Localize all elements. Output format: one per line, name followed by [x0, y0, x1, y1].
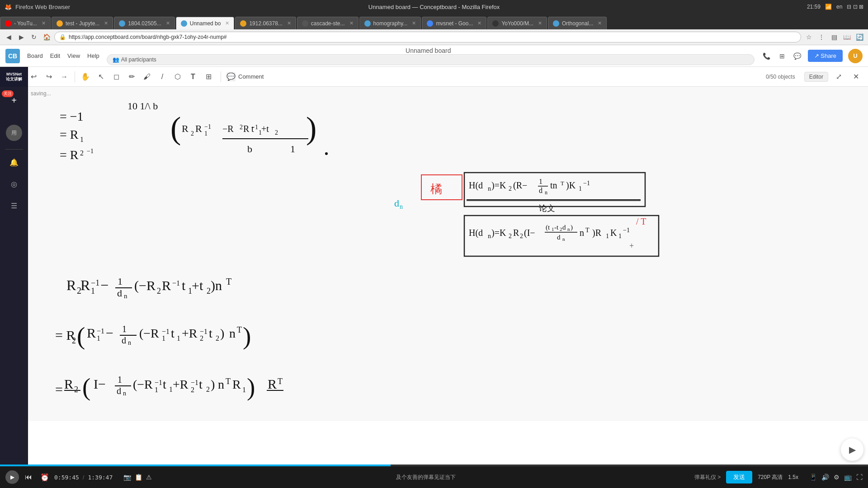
settings-icon[interactable]: ⚙	[834, 474, 840, 481]
close-toolbar-button[interactable]: ✕	[849, 70, 863, 84]
tab-close[interactable]: ✕	[104, 20, 108, 26]
menu-edit[interactable]: Edit	[50, 52, 60, 59]
comment-label[interactable]: Comment	[238, 73, 264, 80]
skip-back-button[interactable]: ⏮	[22, 470, 35, 484]
undo-button[interactable]: ↩	[27, 70, 40, 84]
brush-tool[interactable]: 🖌	[140, 70, 154, 84]
chat-icon[interactable]: 💬	[793, 51, 802, 61]
hand-tool[interactable]: ✋	[79, 70, 92, 84]
back-button[interactable]: ◀	[4, 32, 14, 42]
speed-button[interactable]: 1.5x	[788, 474, 798, 480]
editor-badge[interactable]: Editor	[804, 72, 828, 82]
url-bar[interactable]: 🔒 https://app.conceptboard.com/board/nhg…	[54, 32, 801, 42]
table-tool[interactable]: ⊞	[202, 70, 215, 84]
tab-cascade[interactable]: cascade-ste... ✕	[297, 17, 359, 29]
tab-close[interactable]: ✕	[225, 20, 229, 26]
home-button[interactable]: 🏠	[42, 32, 52, 42]
sidebar-item-visibility[interactable]: ◎	[5, 175, 23, 193]
danmaku-area: 及个友善的弹幕见证当下	[157, 474, 694, 481]
danmaku-hint[interactable]: 弹幕礼仪 >	[694, 474, 721, 481]
svg-text:1: 1	[162, 334, 165, 342]
tab-arxiv1[interactable]: 1804.02505... ✕	[114, 17, 175, 29]
sidebar-item-avatar[interactable]: 用	[5, 124, 23, 142]
svg-text:1: 1	[290, 143, 295, 155]
share-button[interactable]: ↗ Share	[808, 50, 843, 62]
tab-jupyter[interactable]: test - Jupyte... ✕	[52, 17, 113, 29]
svg-text:2: 2	[157, 286, 161, 296]
pip-icon[interactable]: 📱	[809, 474, 817, 481]
bookmark-icon[interactable]: ☆	[804, 32, 814, 42]
shape-tool[interactable]: ⬡	[171, 70, 184, 84]
titlebar: 🦊 Firefox Web Browser Unnamed board — Co…	[0, 0, 868, 14]
video-widget-button[interactable]: ▶	[841, 438, 863, 461]
reload-button[interactable]: ↻	[29, 32, 39, 42]
tab-close[interactable]: ✕	[287, 20, 291, 26]
reader-view[interactable]: 📖	[842, 32, 852, 42]
participants-button[interactable]: 👥 All participants	[107, 54, 755, 65]
svg-point-25	[325, 152, 328, 155]
tab-close[interactable]: ✕	[349, 20, 354, 26]
sidebar-toggle[interactable]: ▤	[829, 32, 839, 42]
svg-text:R: R	[232, 377, 241, 391]
menu-help[interactable]: Help	[87, 52, 99, 59]
svg-text:= R: = R	[60, 148, 79, 162]
svg-text:H(d: H(d	[469, 180, 483, 191]
tab-close[interactable]: ✕	[598, 20, 602, 26]
svg-text:2: 2	[509, 233, 512, 239]
tab-close[interactable]: ✕	[538, 20, 542, 26]
network-icon: 📶	[825, 4, 832, 10]
svg-text:)K: )K	[566, 180, 576, 191]
cast-icon[interactable]: 📺	[844, 474, 852, 481]
forward-button[interactable]: ▶	[16, 32, 26, 42]
svg-text:−1: −1	[204, 123, 211, 130]
tab-close[interactable]: ✕	[42, 20, 46, 26]
svg-text:)R: )R	[592, 228, 602, 238]
more-nav-options[interactable]: ⋮	[816, 32, 826, 42]
tab-close[interactable]: ✕	[412, 20, 416, 26]
line-tool[interactable]: /	[156, 70, 169, 84]
tab-close[interactable]: ✕	[477, 20, 481, 26]
select-tool[interactable]: ↖	[94, 70, 108, 84]
sync-icon[interactable]: 🔄	[854, 32, 864, 42]
replay-button[interactable]: ⏰	[38, 470, 52, 484]
svg-text:2: 2	[191, 386, 194, 394]
screenshot-icon[interactable]: 📷	[123, 474, 131, 481]
send-button[interactable]: 发送	[726, 471, 752, 483]
quality-button[interactable]: 720P 高清	[758, 474, 783, 481]
forward-button-tool[interactable]: →	[57, 70, 71, 84]
svg-text:1: 1	[606, 233, 609, 239]
tab-orthogonal[interactable]: Orthogonal... ✕	[548, 17, 607, 29]
svg-text:tn: tn	[550, 180, 557, 190]
layout-icon[interactable]: ⊞	[777, 51, 787, 61]
menu-board[interactable]: Board	[27, 52, 43, 59]
play-pause-button[interactable]: ▶	[5, 470, 19, 484]
whiteboard-canvas[interactable]: saving... = −1 = R 1 = R 2 −1 10 1/\ b (…	[28, 87, 868, 421]
tab-yoyo[interactable]: YoYo000/M... ✕	[487, 17, 547, 29]
text-tool[interactable]: T	[186, 70, 200, 84]
pen-tool[interactable]: ✏	[125, 70, 138, 84]
tab-homography[interactable]: homography... ✕	[359, 17, 421, 29]
svg-text:t: t	[251, 124, 254, 134]
tab-label: cascade-ste...	[311, 20, 345, 27]
tab-close[interactable]: ✕	[166, 20, 170, 26]
svg-text:t: t	[182, 278, 186, 293]
list-icon[interactable]: 📋	[135, 474, 142, 481]
phone-icon[interactable]: 📞	[762, 51, 772, 61]
tab-arxiv2[interactable]: 1912.06378... ✕	[235, 17, 296, 29]
fullscreen-icon[interactable]: ⛶	[856, 474, 863, 481]
svg-text:1: 1	[80, 136, 84, 143]
expand-button[interactable]: ⤢	[832, 70, 845, 84]
svg-text:−1: −1	[623, 227, 630, 234]
svg-text:1: 1	[118, 375, 122, 385]
window-title: Unnamed board — Conceptboard - Mozilla F…	[368, 4, 500, 10]
sidebar-item-layers[interactable]: ☰	[5, 197, 23, 215]
volume-icon[interactable]: 🔊	[821, 474, 829, 481]
tab-youtube[interactable]: - YouTu... ✕	[0, 17, 51, 29]
menu-view[interactable]: View	[67, 52, 80, 59]
eraser-tool[interactable]: ◻	[109, 70, 123, 84]
tab-mvsnet-google[interactable]: mvsnet - Goo... ✕	[422, 17, 486, 29]
svg-text:n: n	[124, 292, 127, 300]
redo-button[interactable]: ↪	[42, 70, 56, 84]
sidebar-item-notifications[interactable]: 🔔	[5, 153, 23, 171]
tab-conceptboard[interactable]: Unnamed bo ✕	[176, 17, 235, 29]
